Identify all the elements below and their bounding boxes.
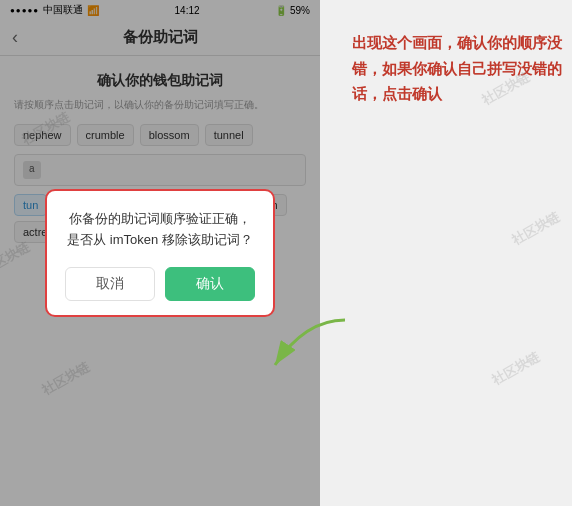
dialog-buttons: 取消 确认 xyxy=(65,267,255,301)
annotation-panel: 出现这个画面，确认你的顺序没错，如果你确认自己拼写没错的话，点击确认 xyxy=(352,30,562,107)
annotation-text: 出现这个画面，确认你的顺序没错，如果你确认自己拼写没错的话，点击确认 xyxy=(352,30,562,107)
dialog-confirm-button[interactable]: 确认 xyxy=(165,267,255,301)
arrow-graphic xyxy=(245,310,365,380)
phone-frame: ●●●●● 中国联通 📶 14:12 🔋 59% ‹ 备份助记词 确认你的钱包助… xyxy=(0,0,320,506)
dialog-title: 你备份的助记词顺序验证正确，是否从 imToken 移除该助记词？ xyxy=(65,209,255,251)
watermark-6: 社区块链 xyxy=(489,348,543,390)
dialog-box: 你备份的助记词顺序验证正确，是否从 imToken 移除该助记词？ 取消 确认 xyxy=(45,189,275,317)
dialog-cancel-button[interactable]: 取消 xyxy=(65,267,155,301)
dialog-overlay: 你备份的助记词顺序验证正确，是否从 imToken 移除该助记词？ 取消 确认 xyxy=(0,0,320,506)
watermark-5: 社区块链 xyxy=(509,208,563,250)
